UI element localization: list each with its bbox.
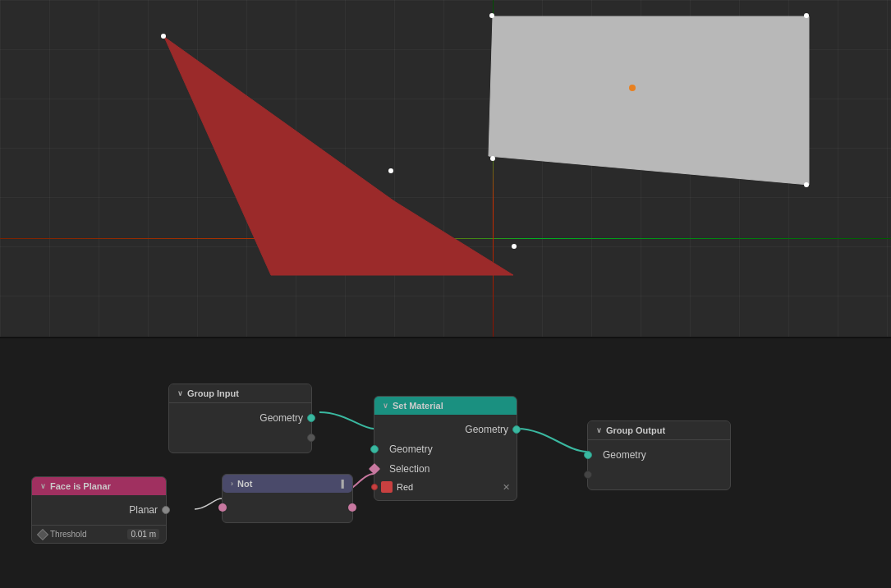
group-input-node[interactable]: ∨ Group Input Geometry: [168, 384, 312, 453]
group-output-node[interactable]: ∨ Group Output Geometry: [587, 420, 731, 490]
vertex-dot: [512, 244, 517, 249]
not-label: Not: [237, 479, 252, 489]
not-header: › Not ▐: [223, 475, 352, 493]
set-mat-geo-out-row: Geometry: [374, 420, 517, 439]
geometry-label: Geometry: [259, 412, 303, 424]
group-out-extra-row: [588, 465, 730, 485]
svg-marker-1: [489, 16, 809, 185]
group-out-geo-socket[interactable]: [584, 451, 592, 459]
vertex-dot: [804, 13, 809, 18]
group-input-header: ∨ Group Input: [169, 384, 311, 403]
not-node[interactable]: › Not ▐: [222, 474, 353, 523]
group-out-extra-socket: [584, 471, 592, 479]
set-material-title: Set Material: [393, 401, 443, 411]
not-body: [223, 493, 352, 522]
face-planar-footer: Threshold 0.01 m: [32, 525, 166, 543]
material-icon: [381, 481, 393, 493]
set-mat-geo-in-socket[interactable]: [370, 445, 379, 453]
material-remove-button[interactable]: ✕: [503, 482, 510, 493]
vertex-dot: [804, 182, 809, 187]
group-output-body: Geometry: [588, 440, 730, 489]
set-material-header: ∨ Set Material: [374, 397, 517, 415]
threshold-diamond-icon: [37, 528, 48, 540]
face-is-planar-node[interactable]: ∨ Face is Planar Planar Threshold 0.01 m: [31, 476, 167, 544]
selection-socket[interactable]: [369, 463, 380, 475]
extra-socket: [307, 434, 315, 442]
geo-in-label: Geometry: [383, 443, 433, 455]
group-input-extra-row: [169, 428, 311, 448]
group-out-geometry-row: Geometry: [588, 445, 730, 465]
not-out-socket[interactable]: [348, 503, 356, 512]
face-planar-body: Planar: [32, 495, 166, 525]
face-planar-out-row: Planar: [32, 500, 166, 520]
vertex-dot: [161, 34, 166, 39]
set-mat-geo-out-socket[interactable]: [512, 425, 521, 434]
threshold-value[interactable]: 0.01 m: [127, 529, 159, 540]
vertex-dot: [489, 13, 494, 18]
origin-dot: [629, 85, 636, 91]
group-input-body: Geometry: [169, 403, 311, 452]
group-output-header: ∨ Group Output: [588, 421, 730, 440]
group-out-geometry-label: Geometry: [596, 449, 646, 461]
node-editor: ∨ Group Input Geometry ∨ Set Material Ge…: [0, 337, 891, 588]
set-mat-geo-in-row: Geometry: [374, 439, 517, 459]
planar-out-socket[interactable]: [162, 506, 170, 514]
material-socket[interactable]: [371, 484, 378, 490]
selection-label: Selection: [383, 463, 429, 475]
face-planar-title: Face is Planar: [50, 481, 111, 491]
grey-quad: [485, 12, 813, 189]
not-in-socket[interactable]: [218, 503, 227, 512]
not-io-row: [223, 498, 352, 517]
threshold-label: Threshold: [50, 530, 124, 539]
viewport-3d[interactable]: [0, 0, 891, 337]
vertex-dot: [388, 168, 393, 173]
geo-out-label: Geometry: [465, 424, 508, 435]
set-material-body: Geometry Geometry Selection Red ✕: [374, 415, 517, 500]
svg-marker-0: [164, 37, 513, 275]
vertex-dot: [490, 156, 495, 161]
set-mat-material-row: Red ✕: [374, 479, 517, 495]
material-name: Red: [397, 482, 498, 492]
group-input-title: Group Input: [187, 388, 239, 398]
group-input-geometry-row: Geometry: [169, 408, 311, 428]
face-planar-header: ∨ Face is Planar: [32, 477, 166, 495]
red-quad: [160, 33, 521, 279]
set-material-node[interactable]: ∨ Set Material Geometry Geometry Selecti…: [374, 396, 517, 501]
group-output-title: Group Output: [606, 425, 665, 435]
planar-label: Planar: [129, 504, 158, 516]
set-mat-selection-row: Selection: [374, 459, 517, 479]
geometry-out-socket[interactable]: [307, 414, 315, 422]
